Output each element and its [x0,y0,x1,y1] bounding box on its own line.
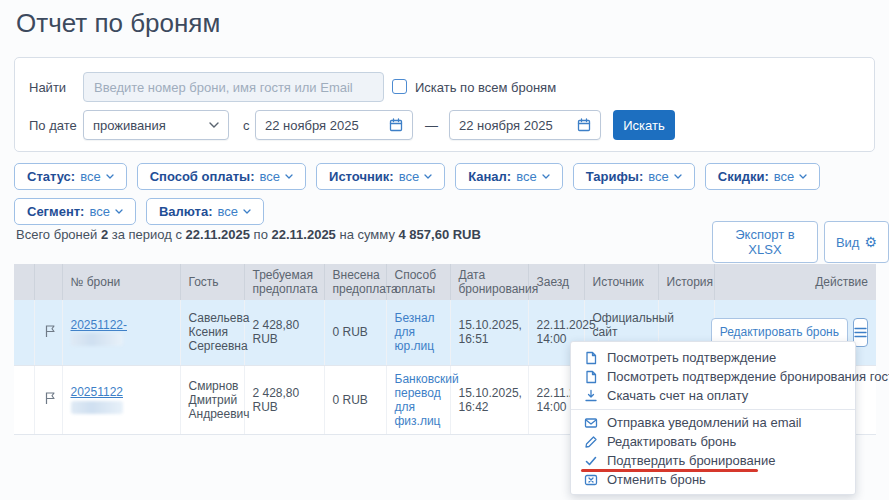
flag-icon[interactable] [43,391,57,405]
guest-cell: Савельева Ксения Сергеевна [180,300,244,365]
table-header-source: Источник [584,264,658,300]
chevron-down-icon [424,174,432,179]
page-title: Отчет по броням [16,8,220,39]
toolbar: Экспорт в XLSX Вид⚙ [712,221,889,263]
date-from-input[interactable]: 22 ноября 2025 [255,110,413,140]
guest-cell: Смирнов Дмитрий Андреевич [180,365,244,434]
export-xlsx-button[interactable]: Экспорт в XLSX [712,221,818,263]
table-header-spacer [14,264,34,300]
payment-method-link[interactable]: Безнал для юр.лиц [395,311,435,353]
table-header-number: № брони [62,264,180,300]
booking-number-link[interactable]: 20251122 [71,385,124,399]
menu-divider [571,409,855,410]
period-from: 22.11.2025 [186,227,250,242]
chevron-down-icon [674,174,682,179]
cancel-icon [584,473,598,487]
booking-report-page: Отчет по броням Найти Искать по всем бро… [0,0,889,500]
row-actions-context-menu: Посмотреть подтверждение Посмотреть подт… [570,341,856,495]
find-label: Найти [29,80,66,95]
calendar-icon [577,118,591,132]
flag-icon[interactable] [43,324,57,338]
table-header-payment-method: Способ оплаты [386,264,450,300]
chevron-down-icon [243,209,251,214]
all-bookings-checkbox[interactable] [392,79,407,94]
filter-status[interactable]: Статус:все [14,163,127,190]
search-panel: Найти Искать по всем броням По дате прож… [14,57,875,152]
period-to: 22.11.2025 [272,227,336,242]
chevron-down-icon [799,174,807,179]
menu-item-download-invoice[interactable]: Скачать счет на оплату [571,386,855,405]
chevron-down-icon [542,174,550,179]
filter-bar: Статус:все Способ оплаты:все Источник:вс… [14,163,844,225]
calendar-icon [389,118,403,132]
table-header-guest: Гость [180,264,244,300]
booking-number-link[interactable]: 20251122- [71,318,128,332]
filter-source[interactable]: Источник:все [316,163,445,190]
document-icon [584,370,598,384]
booking-date-cell: 15.10.2025, 16:51 [450,300,528,365]
hamburger-icon [854,327,867,338]
date-type-select[interactable]: проживания [83,110,229,140]
table-header-history: История [658,264,714,300]
made-prepayment-cell: 0 RUB [324,300,386,365]
check-icon [584,454,598,468]
bookings-count: 2 [101,227,108,242]
required-prepayment-cell: 2 428,80 RUB [244,300,324,365]
summary-line: Всего броней 2 за период с 22.11.2025 по… [16,227,481,242]
table-header-action: Действие [714,264,876,300]
email-icon [584,416,598,430]
total-amount: 4 857,60 RUB [399,227,481,242]
filter-currency[interactable]: Валюта:все [146,198,264,225]
filter-channel[interactable]: Канал:все [455,163,563,190]
table-header-required-prepayment: Требуемая предоплата [244,264,324,300]
menu-item-send-email-notifications[interactable]: Отправка уведомлений на email [571,413,855,432]
table-header-booking-date: Дата бронирования [450,264,528,300]
date-from-value: 22 ноября 2025 [265,118,359,133]
document-icon [584,351,598,365]
chevron-down-icon [209,122,219,128]
filter-discounts[interactable]: Скидки:все [705,163,820,190]
filter-tariffs[interactable]: Тарифы:все [573,163,695,190]
menu-item-confirm-booking[interactable]: Подтвердить бронирование [571,451,855,470]
filter-payment-method[interactable]: Способ оплаты:все [137,163,306,190]
required-prepayment-cell: 2 428,80 RUB [244,365,324,434]
table-header-flag [34,264,62,300]
booking-date-cell: 15.10.2025, 16:42 [450,365,528,434]
date-type-value: проживания [93,118,166,133]
table-header-made-prepayment: Внесена предоплата [324,264,386,300]
chevron-down-icon [106,174,114,179]
all-bookings-label: Искать по всем броням [415,80,556,95]
from-label: с [243,118,250,133]
view-settings-button[interactable]: Вид⚙ [824,221,889,263]
chevron-down-icon [285,174,293,179]
menu-item-edit-booking[interactable]: Редактировать бронь [571,432,855,451]
by-date-label: По дате [29,118,77,133]
gear-icon: ⚙ [864,235,877,249]
menu-item-cancel-booking[interactable]: Отменить бронь [571,470,855,489]
date-to-input[interactable]: 22 ноября 2025 [449,110,601,140]
made-prepayment-cell: 0 RUB [324,365,386,434]
menu-item-view-confirmation[interactable]: Посмотреть подтверждение [571,348,855,367]
filter-segment[interactable]: Сегмент:все [14,198,136,225]
redacted-booking-number [71,401,123,414]
search-button[interactable]: Искать [613,110,675,140]
chevron-down-icon [115,209,123,214]
search-input[interactable] [83,72,384,102]
date-to-value: 22 ноября 2025 [459,118,553,133]
download-icon [584,389,598,403]
redacted-booking-number [71,333,123,346]
range-dash: — [425,118,438,133]
pencil-icon [584,435,598,449]
menu-item-view-guest-confirmation[interactable]: Посмотреть подтверждение бронирования го… [571,367,855,386]
table-header-row: № брони Гость Требуемая предоплата Внесе… [14,264,876,300]
